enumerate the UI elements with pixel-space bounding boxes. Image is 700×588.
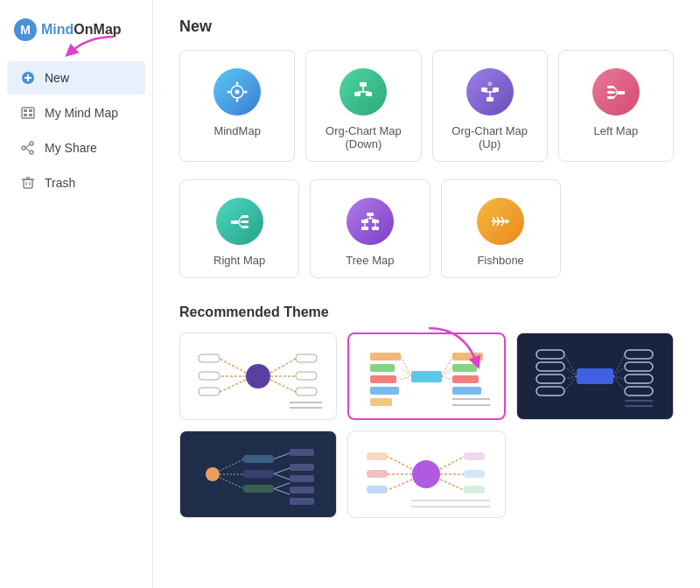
theme-card-3[interactable] [516,332,674,420]
svg-rect-60 [372,220,379,223]
svg-line-107 [442,356,452,376]
svg-line-153 [388,457,412,469]
svg-text:M: M [20,23,31,37]
logo: M MindOnMap [0,9,152,60]
fishbone-icon [477,198,524,245]
left-map-icon [592,68,640,116]
svg-rect-79 [296,354,317,362]
svg-line-13 [25,144,30,148]
main-content: New MindMap Org-Chart Map (Down) ⊕ [153,0,700,588]
svg-rect-141 [290,449,314,456]
svg-rect-52 [242,215,248,218]
theme-preview-1 [180,333,336,419]
theme-preview-3 [517,333,673,419]
svg-line-84 [220,359,246,373]
sidebar-item-trash-label: Trash [45,176,75,190]
recommended-section: Recommended Theme [179,304,674,518]
sidebar-item-new[interactable]: New [7,61,145,94]
svg-point-129 [206,467,220,481]
svg-rect-62 [372,227,379,230]
sidebar-item-my-share[interactable]: My Share [7,131,145,164]
theme-card-5[interactable] [347,430,505,518]
right-map-icon [216,198,263,245]
svg-rect-135 [243,485,274,493]
svg-rect-9 [29,114,32,116]
map-card-right-map[interactable]: Right Map [179,179,299,278]
svg-rect-98 [452,353,483,360]
recommended-title: Recommended Theme [179,304,674,320]
svg-rect-92 [411,371,442,382]
svg-rect-44 [618,91,625,94]
map-card-left-map[interactable]: Left Map [558,50,674,162]
map-card-org-down[interactable]: Org-Chart Map (Down) [305,50,421,162]
svg-rect-142 [290,464,314,471]
sidebar-item-trash[interactable]: Trash [7,166,145,200]
sidebar-item-my-share-label: My Share [45,141,97,155]
theme-card-2[interactable] [347,332,505,420]
svg-rect-7 [29,109,32,112]
left-map-label: Left Map [594,124,639,137]
right-map-label: Right Map [214,254,265,267]
map-card-org-up[interactable]: ⊕ Org-Chart Map (Up) [432,50,548,162]
svg-rect-54 [242,226,248,228]
map-card-fishbone[interactable]: Fishbone [441,179,561,278]
svg-line-109 [442,376,452,380]
map-grid-row2: Right Map Tree Map Fishbone [179,179,561,278]
theme-preview-4 [180,431,336,517]
svg-line-130 [220,459,243,471]
sidebar-item-new-label: New [45,71,69,85]
svg-rect-152 [464,486,485,494]
svg-rect-150 [464,470,485,478]
svg-rect-51 [231,220,238,224]
theme-card-4[interactable] [179,430,337,518]
svg-rect-81 [296,372,317,380]
svg-rect-58 [367,213,374,216]
svg-line-140 [274,488,290,494]
fishbone-label: Fishbone [477,254,523,267]
svg-line-137 [274,468,290,474]
svg-rect-94 [370,364,395,372]
svg-line-125 [613,376,625,379]
svg-rect-59 [361,220,368,223]
svg-line-123 [613,354,625,376]
svg-line-147 [440,457,464,469]
theme-grid [179,332,674,518]
plus-icon [20,70,36,86]
svg-point-11 [30,150,33,154]
svg-line-121 [564,376,577,379]
map-card-mindmap[interactable]: MindMap [179,50,295,162]
svg-line-139 [274,483,290,489]
svg-line-78 [270,359,296,373]
svg-rect-112 [536,362,564,371]
svg-line-151 [440,480,464,490]
svg-rect-37 [486,97,494,102]
theme-card-1[interactable] [179,332,337,420]
svg-line-108 [442,368,452,376]
svg-rect-156 [367,470,388,478]
map-card-tree-map[interactable]: Tree Map [310,179,430,278]
svg-rect-133 [243,455,274,463]
svg-rect-143 [290,475,314,482]
svg-point-77 [246,364,270,388]
svg-line-57 [238,222,242,228]
svg-line-138 [274,473,290,480]
svg-rect-8 [24,114,27,116]
svg-line-14 [25,148,30,151]
svg-line-88 [220,380,246,392]
svg-rect-144 [290,486,314,494]
org-down-label: Org-Chart Map (Down) [315,124,411,150]
svg-rect-87 [199,372,220,380]
mindmap-label: MindMap [214,124,260,137]
svg-rect-118 [625,387,653,396]
svg-rect-53 [242,220,248,223]
sidebar-item-my-mind-map[interactable]: My Mind Map [7,96,145,130]
svg-rect-116 [625,362,653,371]
svg-point-10 [30,142,33,145]
svg-point-12 [22,146,25,150]
svg-point-30 [245,91,248,94]
svg-line-126 [613,376,625,391]
svg-rect-83 [296,388,317,396]
svg-text:⊕: ⊕ [487,80,493,87]
svg-rect-154 [367,452,388,460]
sidebar: M MindOnMap New My Mind Map My Share Tra… [0,0,153,588]
